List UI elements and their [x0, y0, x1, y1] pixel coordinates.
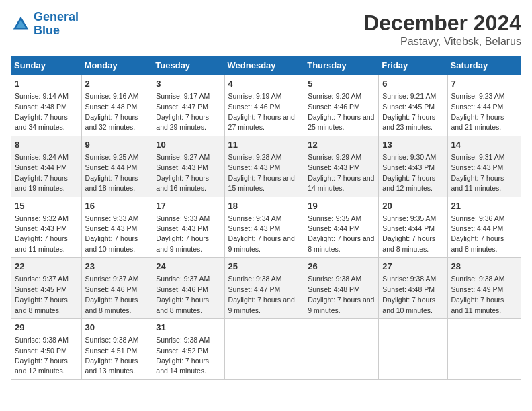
logo-line1: General	[34, 10, 79, 24]
weekday-header-row: SundayMondayTuesdayWednesdayThursdayFrid…	[11, 56, 521, 75]
daylight-text: Daylight: 7 hours and 11 minutes.	[15, 234, 68, 253]
sunrise-text: Sunrise: 9:27 AM	[156, 153, 210, 161]
calendar-cell: 10Sunrise: 9:27 AMSunset: 4:43 PMDayligh…	[152, 136, 224, 197]
sunrise-text: Sunrise: 9:33 AM	[85, 214, 139, 222]
logo-line2: Blue	[34, 24, 60, 37]
day-number: 30	[85, 322, 149, 334]
calendar-cell: 17Sunrise: 9:33 AMSunset: 4:43 PMDayligh…	[152, 197, 224, 258]
sunset-text: Sunset: 4:43 PM	[228, 163, 281, 171]
sunset-text: Sunset: 4:44 PM	[15, 163, 67, 171]
daylight-text: Daylight: 7 hours and 9 minutes.	[228, 234, 295, 253]
calendar-week-row: 22Sunrise: 9:37 AMSunset: 4:45 PMDayligh…	[11, 258, 521, 319]
day-number: 12	[308, 139, 375, 151]
sunrise-text: Sunrise: 9:29 AM	[308, 153, 361, 161]
day-number: 20	[382, 200, 443, 212]
sunrise-text: Sunrise: 9:38 AM	[228, 275, 282, 283]
page-header: General Blue December 2024 Pastavy, Vite…	[11, 11, 521, 48]
sunrise-text: Sunrise: 9:33 AM	[156, 214, 210, 222]
sunset-text: Sunset: 4:50 PM	[15, 347, 67, 355]
day-number: 18	[228, 200, 301, 212]
logo: General Blue	[11, 11, 79, 38]
daylight-text: Daylight: 7 hours and 8 minutes.	[15, 295, 68, 314]
sunrise-text: Sunrise: 9:38 AM	[382, 275, 436, 283]
day-number: 5	[308, 78, 375, 90]
sunset-text: Sunset: 4:48 PM	[85, 103, 138, 111]
day-number: 6	[382, 78, 443, 90]
sunrise-text: Sunrise: 9:32 AM	[15, 214, 69, 222]
calendar-week-row: 29Sunrise: 9:38 AMSunset: 4:50 PMDayligh…	[11, 319, 521, 380]
calendar-cell	[304, 319, 379, 380]
daylight-text: Daylight: 7 hours and 18 minutes.	[85, 174, 138, 192]
daylight-text: Daylight: 7 hours and 12 minutes.	[15, 357, 68, 375]
sunrise-text: Sunrise: 9:37 AM	[15, 275, 69, 283]
day-number: 11	[228, 139, 301, 151]
sunrise-text: Sunrise: 9:38 AM	[85, 336, 139, 344]
day-number: 10	[156, 139, 220, 151]
daylight-text: Daylight: 7 hours and 14 minutes.	[308, 174, 374, 192]
day-number: 13	[382, 139, 443, 151]
sunrise-text: Sunrise: 9:25 AM	[85, 153, 139, 161]
daylight-text: Daylight: 7 hours and 8 minutes.	[156, 295, 209, 314]
weekday-header-friday: Friday	[379, 56, 447, 75]
sunset-text: Sunset: 4:46 PM	[308, 103, 360, 111]
sunset-text: Sunset: 4:45 PM	[382, 103, 435, 111]
calendar-cell: 25Sunrise: 9:38 AMSunset: 4:47 PMDayligh…	[224, 258, 304, 319]
sunrise-text: Sunrise: 9:30 AM	[382, 153, 436, 161]
daylight-text: Daylight: 7 hours and 21 minutes.	[451, 113, 504, 131]
day-number: 8	[15, 139, 78, 151]
weekday-header-tuesday: Tuesday	[152, 56, 224, 75]
day-number: 19	[308, 200, 375, 212]
sunset-text: Sunset: 4:44 PM	[308, 224, 360, 232]
daylight-text: Daylight: 7 hours and 19 minutes.	[15, 174, 68, 192]
location: Pastavy, Vitebsk, Belarus	[363, 36, 521, 48]
sunset-text: Sunset: 4:43 PM	[15, 224, 67, 232]
calendar-cell: 23Sunrise: 9:37 AMSunset: 4:46 PMDayligh…	[81, 258, 152, 319]
calendar-cell: 24Sunrise: 9:37 AMSunset: 4:46 PMDayligh…	[152, 258, 224, 319]
calendar-cell: 19Sunrise: 9:35 AMSunset: 4:44 PMDayligh…	[304, 197, 379, 258]
sunset-text: Sunset: 4:49 PM	[451, 285, 504, 293]
day-number: 24	[156, 261, 220, 273]
sunset-text: Sunset: 4:43 PM	[308, 163, 360, 171]
sunset-text: Sunset: 4:43 PM	[382, 163, 435, 171]
daylight-text: Daylight: 7 hours and 8 minutes.	[308, 234, 374, 253]
calendar-cell: 1Sunrise: 9:14 AMSunset: 4:48 PMDaylight…	[11, 75, 82, 136]
calendar-cell	[224, 319, 304, 380]
calendar-cell: 18Sunrise: 9:34 AMSunset: 4:43 PMDayligh…	[224, 197, 304, 258]
sunrise-text: Sunrise: 9:16 AM	[85, 92, 139, 100]
weekday-header-monday: Monday	[81, 56, 152, 75]
weekday-header-thursday: Thursday	[304, 56, 379, 75]
sunrise-text: Sunrise: 9:31 AM	[451, 153, 505, 161]
sunset-text: Sunset: 4:46 PM	[85, 285, 138, 293]
calendar-week-row: 1Sunrise: 9:14 AMSunset: 4:48 PMDaylight…	[11, 75, 521, 136]
sunset-text: Sunset: 4:44 PM	[451, 103, 504, 111]
sunrise-text: Sunrise: 9:23 AM	[451, 92, 505, 100]
calendar-cell: 13Sunrise: 9:30 AMSunset: 4:43 PMDayligh…	[379, 136, 447, 197]
sunrise-text: Sunrise: 9:28 AM	[228, 153, 282, 161]
day-number: 1	[15, 78, 78, 90]
daylight-text: Daylight: 7 hours and 11 minutes.	[451, 174, 504, 192]
sunset-text: Sunset: 4:45 PM	[15, 285, 67, 293]
sunset-text: Sunset: 4:43 PM	[451, 163, 504, 171]
day-number: 14	[451, 139, 517, 151]
day-number: 25	[228, 261, 301, 273]
daylight-text: Daylight: 7 hours and 8 minutes.	[451, 234, 504, 253]
weekday-header-wednesday: Wednesday	[224, 56, 304, 75]
sunset-text: Sunset: 4:48 PM	[15, 103, 67, 111]
calendar-cell: 21Sunrise: 9:36 AMSunset: 4:44 PMDayligh…	[447, 197, 521, 258]
day-number: 29	[15, 322, 78, 334]
weekday-header-sunday: Sunday	[11, 56, 82, 75]
daylight-text: Daylight: 7 hours and 34 minutes.	[15, 113, 68, 131]
sunrise-text: Sunrise: 9:21 AM	[382, 92, 436, 100]
calendar-week-row: 8Sunrise: 9:24 AMSunset: 4:44 PMDaylight…	[11, 136, 521, 197]
sunrise-text: Sunrise: 9:36 AM	[451, 214, 505, 222]
logo-icon	[11, 14, 31, 34]
calendar-cell: 14Sunrise: 9:31 AMSunset: 4:43 PMDayligh…	[447, 136, 521, 197]
daylight-text: Daylight: 7 hours and 10 minutes.	[85, 234, 138, 253]
calendar-cell	[379, 319, 447, 380]
sunset-text: Sunset: 4:48 PM	[382, 285, 435, 293]
logo-text: General Blue	[34, 11, 79, 38]
calendar-cell: 20Sunrise: 9:35 AMSunset: 4:44 PMDayligh…	[379, 197, 447, 258]
daylight-text: Daylight: 7 hours and 8 minutes.	[85, 295, 138, 314]
day-number: 27	[382, 261, 443, 273]
daylight-text: Daylight: 7 hours and 16 minutes.	[156, 174, 209, 192]
